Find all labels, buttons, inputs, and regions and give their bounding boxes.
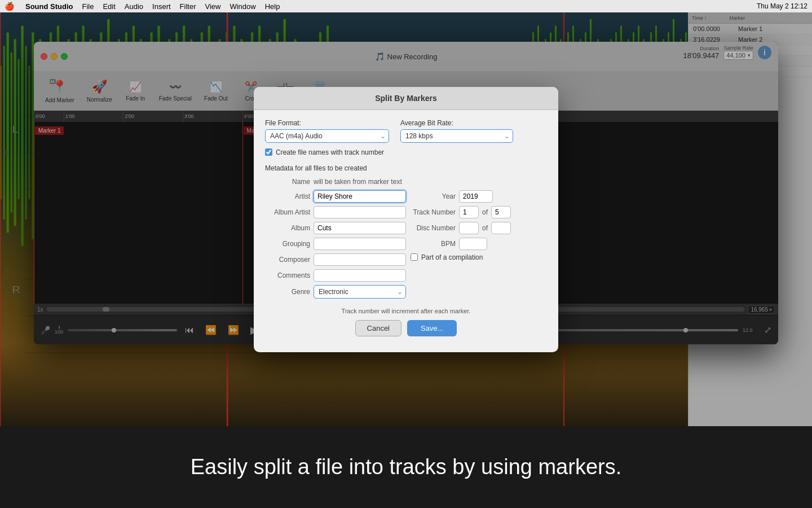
bit-rate-select[interactable]: 128 kbps 192 kbps 256 kbps 320 kbps (400, 129, 513, 143)
comments-row: Comments (265, 269, 406, 282)
cancel-button[interactable]: Cancel (355, 320, 401, 336)
name-field-label: Name (265, 178, 310, 186)
menu-insert[interactable]: Insert (152, 2, 171, 11)
composer-row: Composer (265, 253, 406, 266)
save-button[interactable]: Save... (407, 320, 457, 336)
menu-help[interactable]: Help (265, 2, 280, 11)
bit-rate-group: Average Bit Rate: 128 kbps 192 kbps 256 … (400, 119, 513, 143)
comments-input[interactable] (314, 269, 406, 282)
metadata-right: Year Track Number of (411, 190, 547, 302)
album-artist-label: Album Artist (265, 208, 310, 216)
disc-number-of: of (482, 224, 488, 232)
artist-label: Artist (265, 192, 310, 200)
menu-bar: 🍎 Sound Studio File Edit Audio Insert Fi… (0, 0, 812, 12)
metadata-left: Artist Album Artist Album (265, 190, 406, 302)
menu-time: Thu May 2 12:12 (757, 2, 807, 10)
create-filenames-row: Create file names with track number (265, 148, 547, 156)
dialog-title: Split By Markers (254, 87, 558, 110)
disc-number-input[interactable] (459, 222, 479, 234)
metadata-columns: Artist Album Artist Album (265, 190, 547, 302)
composer-label: Composer (265, 256, 310, 264)
year-label: Year (411, 192, 456, 200)
format-row: File Format: AAC (m4a) Audio MP3 Audio A… (265, 119, 547, 143)
name-field-value: will be taken from marker text (314, 178, 402, 186)
create-filenames-checkbox[interactable] (265, 148, 272, 156)
grouping-label: Grouping (265, 240, 310, 248)
split-by-markers-dialog: Split By Markers File Format: AAC (m4a) … (254, 87, 558, 352)
track-number-of: of (482, 208, 488, 216)
menu-file[interactable]: File (82, 2, 94, 11)
dialog-body: File Format: AAC (m4a) Audio MP3 Audio A… (254, 110, 558, 352)
genre-select-wrapper: Electronic Pop Rock Jazz Classical (314, 285, 406, 299)
album-label: Album (265, 224, 310, 232)
caption-bar: Easily split a file into tracks by using… (0, 426, 812, 508)
year-row: Year (411, 190, 547, 203)
composer-input[interactable] (314, 253, 406, 266)
file-format-select-wrapper: AAC (m4a) Audio MP3 Audio AIFF Audio WAV… (265, 129, 389, 143)
album-artist-input[interactable] (314, 206, 406, 218)
track-number-total-input[interactable] (491, 206, 511, 218)
grouping-input[interactable] (314, 238, 406, 250)
modal-overlay: Split By Markers File Format: AAC (m4a) … (0, 12, 812, 426)
bpm-label: BPM (411, 240, 456, 248)
file-format-group: File Format: AAC (m4a) Audio MP3 Audio A… (265, 119, 389, 143)
file-format-select[interactable]: AAC (m4a) Audio MP3 Audio AIFF Audio WAV… (265, 129, 389, 143)
album-row: Album (265, 222, 406, 234)
disc-number-of-input[interactable] (491, 222, 511, 234)
genre-select[interactable]: Electronic Pop Rock Jazz Classical (314, 285, 406, 299)
year-input[interactable] (459, 190, 493, 203)
grouping-row: Grouping (265, 238, 406, 250)
metadata-header: Metadata for all files to be created (265, 164, 547, 172)
album-artist-row: Album Artist (265, 206, 406, 218)
menu-filter[interactable]: Filter (180, 2, 196, 11)
bpm-row: BPM (411, 238, 547, 250)
compilation-row: Part of a compilation (411, 253, 547, 261)
genre-row: Genre Electronic Pop Rock Jazz Classical (265, 285, 406, 299)
disc-number-label: Disc Number (411, 224, 456, 232)
apple-menu[interactable]: 🍎 (5, 2, 14, 11)
disc-number-row: Disc Number of (411, 222, 547, 234)
menu-bar-right: Thu May 2 12:12 (757, 2, 807, 10)
menu-window[interactable]: Window (230, 2, 255, 11)
caption-text: Easily split a file into tracks by using… (191, 455, 622, 479)
compilation-label: Part of a compilation (421, 253, 483, 261)
track-number-label: Track Number (411, 208, 456, 216)
track-number-row: Track Number of (411, 206, 547, 218)
artist-input[interactable] (314, 190, 406, 203)
menu-edit[interactable]: Edit (103, 2, 115, 11)
menu-audio[interactable]: Audio (125, 2, 143, 11)
bpm-input[interactable] (459, 238, 487, 250)
menu-app-name[interactable]: Sound Studio (25, 2, 73, 11)
menu-view[interactable]: View (205, 2, 221, 11)
file-format-label: File Format: (265, 119, 389, 127)
track-number-input[interactable] (459, 206, 479, 218)
compilation-checkbox[interactable] (411, 253, 418, 261)
create-filenames-label: Create file names with track number (276, 148, 384, 156)
bit-rate-label: Average Bit Rate: (400, 119, 513, 127)
genre-label: Genre (265, 288, 310, 296)
dialog-buttons: Cancel Save... (265, 320, 547, 343)
footer-note: Track number will increment after each m… (265, 308, 547, 314)
comments-label: Comments (265, 271, 310, 279)
app-background: L R 6 6 (0, 12, 812, 426)
artist-row: Artist (265, 190, 406, 203)
name-row: Name will be taken from marker text (265, 178, 547, 186)
album-input[interactable] (314, 222, 406, 234)
bit-rate-select-wrapper: 128 kbps 192 kbps 256 kbps 320 kbps (400, 129, 513, 143)
